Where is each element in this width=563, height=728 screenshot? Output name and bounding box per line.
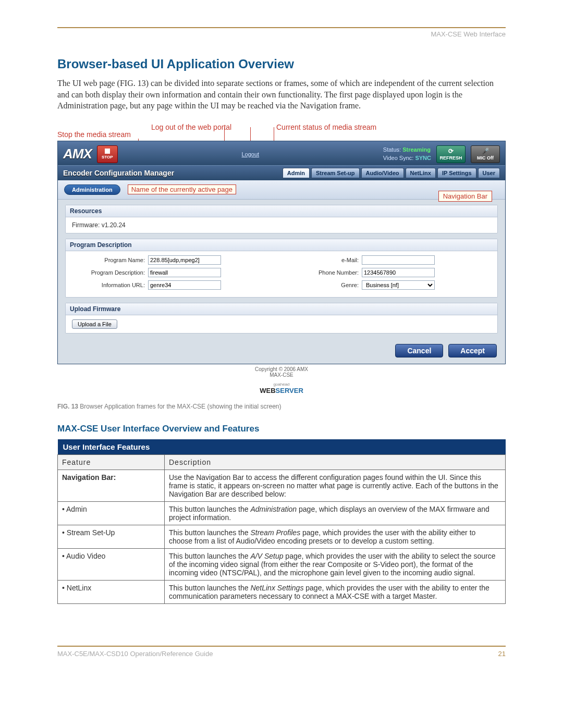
vsync-value: SYNC: [415, 155, 431, 161]
ecm-bar: Encoder Configuration Manager Admin Stre…: [58, 165, 505, 180]
col-feature: Feature: [58, 454, 165, 470]
table-row: • Admin This button launches the Adminis…: [58, 501, 506, 525]
callout-logout: Log out of the web portal: [151, 123, 231, 131]
col-description: Description: [165, 454, 506, 470]
tab-ip-settings[interactable]: IP Settings: [437, 168, 476, 178]
feature-av: • Audio Video: [58, 548, 165, 580]
feature-admin: • Admin: [58, 501, 165, 525]
desc-av: This button launches the A/V Setup page,…: [165, 548, 506, 580]
features-table: User Interface Features Feature Descript…: [57, 439, 506, 604]
header-running: MAX-CSE Web Interface: [57, 30, 506, 38]
desc-netlinx: This button launches the NetLinx Setting…: [165, 580, 506, 603]
intro-paragraph: The UI web page (FIG. 13) can be divided…: [57, 78, 506, 112]
prog-name-label: Program Name:: [72, 257, 145, 263]
tab-admin[interactable]: Admin: [283, 168, 310, 178]
ecm-title: Encoder Configuration Manager: [63, 169, 174, 177]
desc-admin: This button launches the Administration …: [165, 501, 506, 525]
refresh-button[interactable]: ⟳ REFRESH: [436, 145, 466, 163]
header-rule: [57, 27, 506, 28]
panel-upload: Upload Firmware Upload a File: [65, 303, 498, 334]
stop-icon: [105, 149, 110, 154]
logout-link[interactable]: Logout: [241, 151, 259, 157]
mic-icon: 🎤: [482, 147, 489, 155]
copyright: Copyright © 2006 AMX MAX-CSE: [57, 364, 506, 379]
page-footer: MAX-C5E/MAX-CSD10 Operation/Reference Gu…: [57, 646, 506, 658]
prog-name-input[interactable]: [148, 255, 221, 265]
callout-stop: Stop the media stream: [57, 130, 131, 139]
mic-label: MIC Off: [477, 155, 494, 161]
status-box: Status: Streaming Video Sync: SYNC: [383, 146, 431, 162]
tab-stream-setup[interactable]: Stream Set-up: [311, 168, 360, 178]
panel-program-title: Program Description: [66, 239, 497, 251]
info-url-label: Information URL:: [72, 282, 145, 288]
app-top-bar: AMX STOP Logout Status: Streaming Video …: [58, 141, 505, 165]
accept-button[interactable]: Accept: [448, 344, 497, 357]
page-number: 21: [498, 650, 506, 658]
nav-tabs: Admin Stream Set-up Audio/Video NetLinx …: [283, 168, 500, 178]
desc-navbar: Use the Navigation Bar to access the dif…: [165, 470, 506, 501]
firmware-value: v1.20.24: [102, 221, 126, 229]
app-window: AMX STOP Logout Status: Streaming Video …: [57, 141, 506, 364]
phone-input[interactable]: [362, 268, 435, 277]
panel-program: Program Description Program Name: e-Mail…: [65, 239, 498, 298]
callout-active-page: Name of the currently active page: [128, 184, 236, 194]
stop-label: STOP: [102, 155, 113, 159]
cancel-button[interactable]: Cancel: [395, 344, 443, 357]
vsync-label: Video Sync:: [383, 155, 414, 161]
action-bar: Cancel Accept: [58, 339, 505, 364]
webserver-logo: goahead WEBSERVER: [57, 379, 506, 400]
table-row: Navigation Bar: Use the Navigation Bar t…: [58, 470, 506, 501]
genre-label: Genre:: [286, 282, 359, 288]
panel-upload-title: Upload Firmware: [66, 303, 497, 315]
prog-desc-input[interactable]: [148, 268, 221, 277]
phone-label: Phone Number:: [286, 269, 359, 276]
table-row: • NetLinx This button launches the NetLi…: [58, 580, 506, 603]
tab-netlinx[interactable]: NetLinx: [406, 168, 436, 178]
amx-logo: AMX: [63, 146, 92, 162]
tab-audio-video[interactable]: Audio/Video: [361, 168, 404, 178]
desc-stream: This button launches the Stream Profiles…: [165, 525, 506, 548]
feature-netlinx: • NetLinx: [58, 580, 165, 603]
mic-button[interactable]: 🎤 MIC Off: [471, 145, 500, 163]
status-value: Streaming: [402, 146, 431, 153]
prog-desc-label: Program Description:: [72, 269, 145, 276]
crumb-administration[interactable]: Administration: [64, 184, 120, 195]
feature-navbar: Navigation Bar:: [58, 470, 165, 501]
section-title: Browser-based UI Application Overview: [57, 57, 506, 71]
info-url-input[interactable]: [148, 280, 221, 290]
refresh-label: REFRESH: [439, 155, 462, 161]
footer-left: MAX-C5E/MAX-CSD10 Operation/Reference Gu…: [57, 650, 213, 658]
upload-file-button[interactable]: Upload a File: [72, 319, 117, 329]
panel-resources-title: Resources: [66, 205, 497, 217]
genre-select[interactable]: Business [nf]: [362, 280, 435, 290]
refresh-icon: ⟳: [448, 147, 454, 155]
callout-labels: Stop the media stream Log out of the web…: [57, 123, 506, 141]
tab-user[interactable]: User: [478, 168, 500, 178]
table-title: User Interface Features: [58, 439, 506, 455]
table-row: • Audio Video This button launches the A…: [58, 548, 506, 580]
callout-navbar: Navigation Bar: [438, 191, 492, 202]
firmware-label: Firmware:: [72, 221, 100, 229]
figure-caption: FIG. 13 Browser Application frames for t…: [57, 403, 506, 410]
feature-stream: • Stream Set-Up: [58, 525, 165, 548]
status-label: Status:: [383, 146, 401, 153]
table-row: • Stream Set-Up This button launches the…: [58, 525, 506, 548]
email-label: e-Mail:: [286, 257, 359, 263]
email-input[interactable]: [362, 255, 435, 265]
panel-resources: Resources Firmware: v1.20.24: [65, 205, 498, 233]
callout-status: Current status of media stream: [276, 123, 376, 131]
stop-button[interactable]: STOP: [97, 145, 118, 163]
subhead: MAX-CSE User Interface Overview and Feat…: [57, 424, 506, 434]
